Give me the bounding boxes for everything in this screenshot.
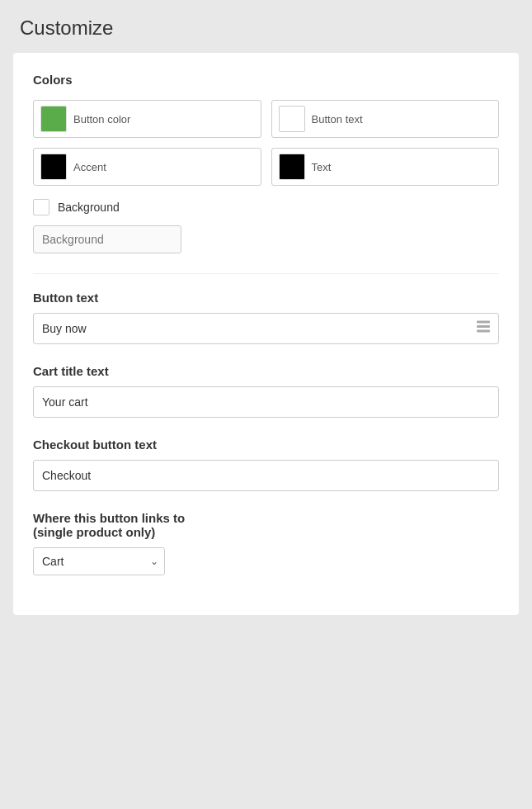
background-input-wrapper	[33, 225, 499, 253]
background-input[interactable]	[33, 225, 181, 253]
text-field[interactable]: Text	[271, 148, 500, 186]
button-text-swatch	[279, 106, 305, 132]
cart-title-input[interactable]	[33, 386, 499, 418]
button-text-label: Button text	[312, 113, 363, 125]
background-label: Background	[58, 201, 120, 214]
divider-1	[33, 273, 499, 274]
button-text-input-wrapper	[33, 313, 499, 344]
link-select-wrapper: Cart Checkout Custom URL ⌄	[33, 547, 165, 575]
background-checkbox[interactable]	[33, 199, 49, 215]
text-swatch	[279, 154, 305, 180]
button-text-group: Button text	[33, 291, 499, 344]
colors-section-title: Colors	[33, 73, 499, 87]
button-text-section-label: Button text	[33, 291, 499, 305]
button-text-field[interactable]: Button text	[271, 100, 500, 138]
accent-label: Accent	[73, 161, 106, 173]
page-title: Customize	[0, 0, 532, 53]
link-group: Where this button links to (single produ…	[33, 511, 499, 575]
link-select[interactable]: Cart Checkout Custom URL	[33, 547, 165, 575]
button-color-field[interactable]: Button color	[33, 100, 261, 138]
button-text-input[interactable]	[33, 313, 499, 344]
checkout-button-group: Checkout button text	[33, 438, 499, 491]
link-label: Where this button links to (single produ…	[33, 511, 499, 539]
cart-title-label: Cart title text	[33, 364, 499, 378]
text-label: Text	[312, 161, 332, 173]
button-color-swatch	[40, 106, 67, 132]
button-color-label: Button color	[73, 113, 130, 125]
accent-swatch	[40, 154, 67, 180]
background-row: Background	[33, 199, 499, 215]
accent-field[interactable]: Accent	[33, 148, 261, 186]
cart-title-group: Cart title text	[33, 364, 499, 418]
colors-grid: Button color Button text Accent Text	[33, 100, 499, 186]
checkout-button-label: Checkout button text	[33, 438, 499, 452]
checkout-button-input[interactable]	[33, 460, 499, 491]
customize-panel: Colors Button color Button text Accent T…	[13, 53, 519, 615]
